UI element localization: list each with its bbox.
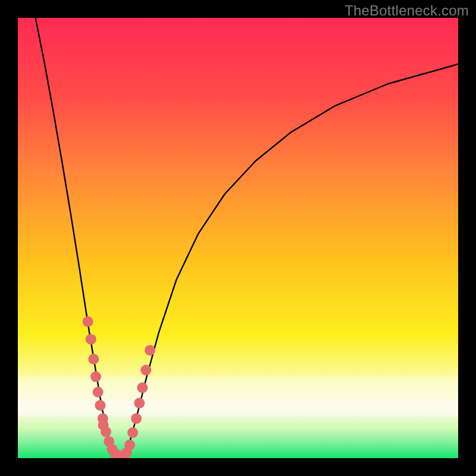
marker-dot — [145, 345, 155, 356]
marker-dot — [88, 354, 99, 365]
watermark-text: TheBottleneck.com — [345, 2, 469, 19]
marker-dot — [124, 440, 135, 450]
marker-dot — [140, 365, 151, 375]
series-curve-right — [124, 64, 458, 456]
marker-dot — [134, 398, 145, 409]
marker-dot — [90, 371, 101, 382]
marker-dot — [95, 400, 105, 411]
marker-dot — [98, 420, 109, 431]
marker-dot — [137, 383, 148, 393]
plot-area — [18, 18, 458, 458]
marker-group — [83, 317, 155, 458]
marker-dot — [86, 334, 96, 345]
chart-stage: TheBottleneck.com — [0, 0, 476, 476]
marker-dot — [131, 413, 142, 424]
chart-svg — [18, 18, 458, 458]
marker-dot — [93, 387, 104, 397]
marker-dot — [83, 317, 93, 327]
marker-dot — [127, 427, 138, 438]
